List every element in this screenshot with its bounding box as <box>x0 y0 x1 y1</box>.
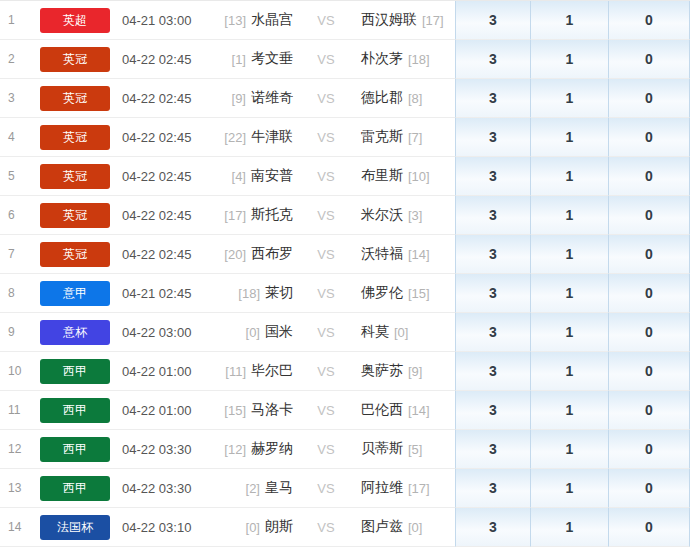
away-team-name[interactable]: 布里斯 <box>361 167 403 185</box>
away-team-name[interactable]: 德比郡 <box>361 89 403 107</box>
stat-cell-2[interactable]: 1 <box>530 352 608 391</box>
home-team-name[interactable]: 西布罗 <box>251 245 293 263</box>
stat-cell-3[interactable]: 0 <box>608 469 690 508</box>
league-badge[interactable]: 英冠 <box>40 125 110 150</box>
stat-cell-3[interactable]: 0 <box>608 1 690 40</box>
stat-cell-2[interactable]: 1 <box>530 118 608 157</box>
away-team-name[interactable]: 图卢兹 <box>361 518 403 536</box>
league-badge[interactable]: 英超 <box>40 8 110 33</box>
stat-cell-1[interactable]: 3 <box>455 313 530 352</box>
league-badge[interactable]: 英冠 <box>40 86 110 111</box>
stat-cell-2[interactable]: 1 <box>530 469 608 508</box>
away-team-name[interactable]: 沃特福 <box>361 245 403 263</box>
league-badge[interactable]: 英冠 <box>40 203 110 228</box>
stat-cell-1[interactable]: 3 <box>455 40 530 79</box>
stat-cell-3[interactable]: 0 <box>608 40 690 79</box>
home-team-name[interactable]: 考文垂 <box>251 50 293 68</box>
away-team-name[interactable]: 朴次茅 <box>361 50 403 68</box>
league-badge[interactable]: 西甲 <box>40 359 110 384</box>
stat-cell-2[interactable]: 1 <box>530 274 608 313</box>
stat-cell-1[interactable]: 3 <box>455 391 530 430</box>
league-badge[interactable]: 意甲 <box>40 281 110 306</box>
stat-cell-1[interactable]: 3 <box>455 469 530 508</box>
stat-cell-2[interactable]: 1 <box>530 430 608 469</box>
home-team-rank: [17] <box>224 208 246 223</box>
away-team-name[interactable]: 雷克斯 <box>361 128 403 146</box>
stat-cell-2[interactable]: 1 <box>530 508 608 547</box>
row-index: 11 <box>0 391 38 430</box>
stat-cell-3[interactable]: 0 <box>608 430 690 469</box>
home-team-name[interactable]: 毕尔巴 <box>251 362 293 380</box>
home-team-name[interactable]: 皇马 <box>265 479 293 497</box>
stat-cell-2[interactable]: 1 <box>530 313 608 352</box>
away-team-cell: 佛罗伦 [15] <box>347 274 455 313</box>
home-team-name[interactable]: 马洛卡 <box>251 401 293 419</box>
stat-cell-3[interactable]: 0 <box>608 274 690 313</box>
stat-cell-1[interactable]: 3 <box>455 1 530 40</box>
home-team-rank: [22] <box>224 130 246 145</box>
away-team-name[interactable]: 米尔沃 <box>361 206 403 224</box>
home-team-name[interactable]: 水晶宫 <box>251 11 293 29</box>
league-badge[interactable]: 西甲 <box>40 476 110 501</box>
league-badge[interactable]: 英冠 <box>40 164 110 189</box>
home-team-name[interactable]: 牛津联 <box>251 128 293 146</box>
away-team-name[interactable]: 西汉姆联 <box>361 11 417 29</box>
away-team-name[interactable]: 佛罗伦 <box>361 284 403 302</box>
away-team-cell: 布里斯 [10] <box>347 157 455 196</box>
stat-cell-2[interactable]: 1 <box>530 196 608 235</box>
stat-cell-1[interactable]: 3 <box>455 430 530 469</box>
home-team-name[interactable]: 朗斯 <box>265 518 293 536</box>
away-team-name[interactable]: 贝蒂斯 <box>361 440 403 458</box>
away-team-name[interactable]: 科莫 <box>361 323 389 341</box>
league-badge-cell: 西甲 <box>38 469 118 508</box>
vs-label: VS <box>305 79 347 118</box>
stat-cell-3[interactable]: 0 <box>608 313 690 352</box>
stat-cell-3[interactable]: 0 <box>608 391 690 430</box>
stat-cell-2[interactable]: 1 <box>530 391 608 430</box>
stat-cell-2[interactable]: 1 <box>530 1 608 40</box>
stat-cell-3[interactable]: 0 <box>608 352 690 391</box>
home-team-name[interactable]: 莱切 <box>265 284 293 302</box>
stat-cell-1[interactable]: 3 <box>455 352 530 391</box>
league-badge[interactable]: 意杯 <box>40 320 110 345</box>
stat-cell-1[interactable]: 3 <box>455 118 530 157</box>
stat-cell-2[interactable]: 1 <box>530 40 608 79</box>
away-team-name[interactable]: 巴伦西 <box>361 401 403 419</box>
away-team-cell: 沃特福 [14] <box>347 235 455 274</box>
stat-cell-3[interactable]: 0 <box>608 118 690 157</box>
home-team-name[interactable]: 斯托克 <box>251 206 293 224</box>
home-team-cell: [0] 国米 <box>210 313 305 352</box>
stat-cell-1[interactable]: 3 <box>455 274 530 313</box>
stat-cell-2[interactable]: 1 <box>530 235 608 274</box>
match-row: 2 英冠 04-22 02:45 [1] 考文垂 VS 朴次茅 [18] 3 1… <box>0 40 690 79</box>
match-row: 11 西甲 04-22 01:00 [15] 马洛卡 VS 巴伦西 [14] 3… <box>0 391 690 430</box>
away-team-cell: 贝蒂斯 [5] <box>347 430 455 469</box>
stat-cell-3[interactable]: 0 <box>608 235 690 274</box>
stat-cell-1[interactable]: 3 <box>455 157 530 196</box>
stat-cell-3[interactable]: 0 <box>608 79 690 118</box>
league-badge[interactable]: 西甲 <box>40 398 110 423</box>
away-team-name[interactable]: 奥萨苏 <box>361 362 403 380</box>
league-badge[interactable]: 法国杯 <box>40 515 110 540</box>
home-team-name[interactable]: 赫罗纳 <box>251 440 293 458</box>
stat-cell-3[interactable]: 0 <box>608 157 690 196</box>
stat-cell-2[interactable]: 1 <box>530 79 608 118</box>
stat-cell-1[interactable]: 3 <box>455 79 530 118</box>
league-badge[interactable]: 英冠 <box>40 47 110 72</box>
home-team-cell: [20] 西布罗 <box>210 235 305 274</box>
row-index: 7 <box>0 235 38 274</box>
stat-cell-1[interactable]: 3 <box>455 508 530 547</box>
home-team-name[interactable]: 诺维奇 <box>251 89 293 107</box>
stat-cell-1[interactable]: 3 <box>455 196 530 235</box>
league-badge[interactable]: 英冠 <box>40 242 110 267</box>
league-badge[interactable]: 西甲 <box>40 437 110 462</box>
away-team-cell: 图卢兹 [0] <box>347 508 455 547</box>
stat-cell-3[interactable]: 0 <box>608 508 690 547</box>
away-team-name[interactable]: 阿拉维 <box>361 479 403 497</box>
home-team-name[interactable]: 南安普 <box>251 167 293 185</box>
stat-cell-1[interactable]: 3 <box>455 235 530 274</box>
stat-cell-2[interactable]: 1 <box>530 157 608 196</box>
home-team-cell: [17] 斯托克 <box>210 196 305 235</box>
stat-cell-3[interactable]: 0 <box>608 196 690 235</box>
home-team-name[interactable]: 国米 <box>265 323 293 341</box>
